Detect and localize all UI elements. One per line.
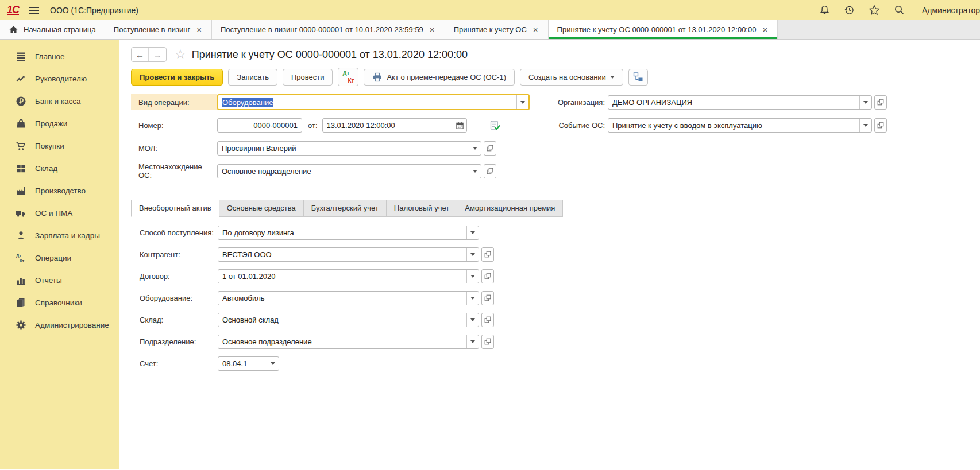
notifications-bell-icon[interactable] — [819, 5, 830, 15]
location-open-button[interactable] — [484, 164, 496, 178]
os-event-field[interactable] — [608, 118, 872, 133]
counterparty-open-button[interactable] — [481, 247, 494, 262]
dropdown-icon[interactable] — [466, 313, 479, 327]
contract-input[interactable] — [218, 272, 466, 281]
tab-prinyatie-k-uchetu-os-list[interactable]: Принятие к учету ОС × — [445, 20, 549, 39]
sidebar-item-os-i-nma[interactable]: ОС и НМА — [0, 202, 119, 224]
show-postings-button[interactable]: Дт Кт — [338, 68, 358, 86]
dropdown-icon[interactable] — [466, 226, 479, 239]
mol-open-button[interactable] — [484, 141, 496, 156]
close-icon[interactable]: × — [532, 25, 539, 34]
mol-label: МОЛ: — [131, 144, 217, 153]
main-menu-icon[interactable] — [28, 6, 40, 15]
contract-field[interactable] — [218, 269, 479, 283]
tab-osnovnye-sredstva[interactable]: Основные средства — [219, 200, 304, 217]
location-field[interactable] — [217, 164, 481, 178]
number-input[interactable] — [218, 121, 302, 130]
department-input[interactable] — [218, 337, 466, 346]
warehouse-field[interactable] — [218, 313, 479, 327]
search-icon[interactable] — [894, 5, 905, 15]
dropdown-icon[interactable] — [466, 335, 479, 348]
tab-nalogovy-uchet[interactable]: Налоговый учет — [387, 200, 457, 217]
operation-type-field[interactable]: Оборудование — [217, 94, 530, 110]
calendar-button[interactable] — [453, 119, 466, 132]
shopping-bag-icon — [16, 118, 26, 129]
dropdown-icon[interactable] — [469, 165, 481, 178]
dropdown-icon[interactable] — [466, 270, 479, 283]
sidebar-item-label: Покупки — [35, 142, 64, 150]
number-field[interactable] — [217, 118, 302, 133]
close-icon[interactable]: × — [195, 25, 203, 34]
dropdown-icon[interactable] — [469, 142, 481, 155]
sidebar-item-label: Зарплата и кадры — [35, 231, 100, 240]
mol-input[interactable] — [218, 144, 469, 153]
organization-input[interactable] — [608, 98, 859, 107]
forward-button[interactable]: → — [149, 48, 166, 61]
favorite-star-icon[interactable]: ☆ — [175, 47, 186, 62]
current-user[interactable]: Администратор — [922, 6, 980, 15]
sidebar-item-prodazhi[interactable]: Продажи — [0, 112, 119, 135]
posted-document-button[interactable] — [489, 120, 500, 131]
close-icon[interactable]: × — [761, 25, 769, 34]
location-input[interactable] — [218, 167, 469, 176]
dropdown-icon[interactable] — [267, 357, 279, 370]
warehouse-input[interactable] — [218, 316, 466, 324]
equipment-input[interactable] — [218, 294, 466, 302]
sidebar-item-otchety[interactable]: Отчеты — [0, 269, 119, 292]
sidebar-item-glavnoe[interactable]: Главное — [0, 45, 119, 68]
post-and-close-button[interactable]: Провести и закрыть — [131, 69, 223, 86]
tab-postuplenie-v-lizing-list[interactable]: Поступление в лизинг × — [105, 20, 212, 39]
sidebar-item-proizvodstvo[interactable]: Производство — [0, 180, 119, 202]
equipment-field[interactable] — [218, 291, 479, 305]
counterparty-label: Контрагент: — [140, 250, 218, 259]
tab-vneoborotny-aktiv[interactable]: Внеоборотный актив — [131, 200, 219, 217]
window-tab-bar: Начальная страница Поступление в лизинг … — [0, 20, 980, 40]
dropdown-icon[interactable] — [859, 119, 871, 132]
tab-label: Принятие к учету ОС 0000-000001 от 13.01… — [557, 25, 757, 34]
sidebar-item-pokupki[interactable]: Покупки — [0, 135, 119, 157]
save-button[interactable]: Записать — [228, 69, 277, 86]
os-event-input[interactable] — [608, 121, 859, 130]
sidebar-item-operacii[interactable]: ДтКт Операции — [0, 247, 119, 269]
department-field[interactable] — [218, 335, 479, 349]
organization-open-button[interactable] — [874, 95, 887, 110]
sidebar-item-sklad[interactable]: Склад — [0, 157, 119, 180]
sidebar-item-administrirovanie[interactable]: Администрирование — [0, 314, 119, 336]
tab-buhgalterskiy-uchet[interactable]: Бухгалтерский учет — [304, 200, 387, 217]
dropdown-icon[interactable] — [516, 95, 528, 109]
create-based-on-button[interactable]: Создать на основании — [520, 69, 623, 86]
related-documents-button[interactable] — [628, 69, 648, 86]
counterparty-field[interactable] — [218, 247, 479, 262]
tab-prinyatie-k-uchetu-os-doc[interactable]: Принятие к учету ОС 0000-000001 от 13.01… — [549, 20, 778, 39]
dropdown-icon[interactable] — [859, 96, 871, 109]
sidebar-item-bank-i-kassa[interactable]: Банк и касса — [0, 90, 119, 112]
dropdown-icon[interactable] — [466, 248, 479, 261]
account-field[interactable] — [218, 356, 279, 371]
sidebar-item-zarplata-i-kadry[interactable]: Зарплата и кадры — [0, 224, 119, 247]
method-input[interactable] — [218, 228, 466, 237]
mol-field[interactable] — [217, 141, 481, 156]
tab-postuplenie-v-lizing-doc[interactable]: Поступление в лизинг 0000-000001 от 10.0… — [212, 20, 445, 39]
date-input[interactable] — [323, 121, 453, 130]
dropdown-icon[interactable] — [466, 292, 479, 305]
favorites-star-icon[interactable] — [869, 5, 880, 15]
close-icon[interactable]: × — [429, 25, 436, 34]
department-open-button[interactable] — [481, 335, 494, 349]
warehouse-open-button[interactable] — [481, 313, 494, 327]
tab-amortizacionnaya-premiya[interactable]: Амортизационная премия — [457, 200, 563, 217]
history-icon[interactable] — [844, 5, 855, 15]
sidebar-item-spravochniki[interactable]: Справочники — [0, 292, 119, 314]
method-field[interactable] — [218, 226, 479, 240]
back-button[interactable]: ← — [132, 48, 149, 61]
account-input[interactable] — [218, 359, 267, 368]
date-field[interactable] — [322, 118, 467, 133]
organization-field[interactable] — [608, 95, 872, 110]
tab-home[interactable]: Начальная страница — [0, 20, 105, 39]
counterparty-input[interactable] — [218, 250, 466, 259]
equipment-open-button[interactable] — [481, 291, 494, 305]
sidebar-item-rukovoditelyu[interactable]: Руководителю — [0, 68, 119, 90]
post-button[interactable]: Провести — [283, 69, 333, 86]
contract-open-button[interactable] — [481, 269, 494, 283]
print-act-button[interactable]: Акт о приеме-передаче ОС (ОС-1) — [364, 69, 515, 86]
os-event-open-button[interactable] — [874, 118, 887, 133]
